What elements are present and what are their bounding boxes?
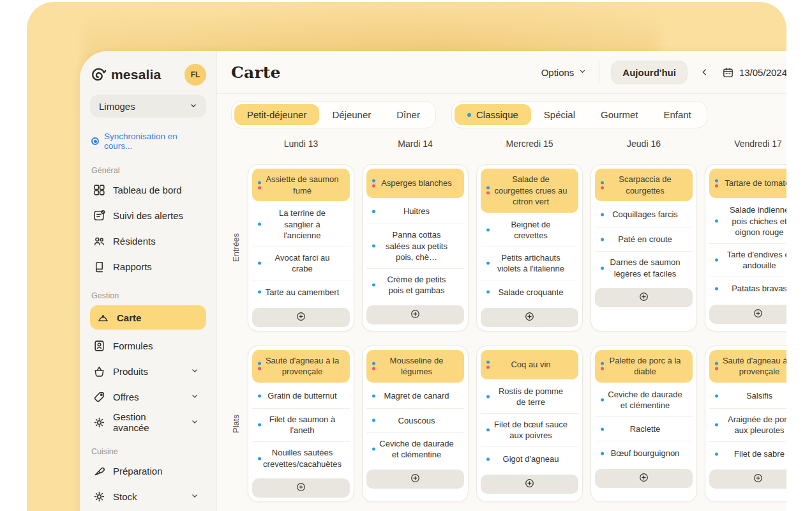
menu-item[interactable]: Salade de courgettes crues au citron ver…	[481, 169, 578, 213]
menu-item-label: Salade croquante	[499, 287, 564, 298]
menu-item[interactable]: Darnes de saumon légères et faciles	[595, 251, 693, 284]
menu-type-tab-group: ClassiqueSpécialGourmetEnfant	[451, 101, 707, 128]
tab-meal-dejeuner[interactable]: Déjeuner	[319, 104, 384, 125]
menu-item[interactable]: Bœuf bourguignon	[595, 441, 693, 465]
diet-dots-icon	[258, 362, 261, 370]
sidebar-item-suivi-des-alertes[interactable]: Suivi des alertes	[90, 206, 206, 225]
add-item-button[interactable]	[481, 308, 578, 327]
menu-item[interactable]: Ceviche de daurade et clémentine	[595, 384, 693, 416]
sidebar-item-produits[interactable]: Produits	[90, 362, 206, 381]
menu-item[interactable]: Panna cottas salées aux petits pois, chè…	[366, 224, 464, 268]
menu-item[interactable]: Ceviche de daurade et clémentine	[366, 432, 464, 466]
add-item-button[interactable]	[252, 478, 350, 498]
menu-item-label: Scarpaccia de courgettes	[608, 174, 682, 196]
sidebar-item-formules[interactable]: Formules	[90, 336, 206, 355]
menu-item[interactable]: Tarte d'endives et andouille	[709, 243, 786, 277]
options-button[interactable]: Options	[541, 66, 588, 78]
sidebar-item-offres[interactable]: Offres	[90, 387, 206, 406]
sidebar-item-residents[interactable]: Résidents	[90, 231, 206, 250]
menu-item[interactable]: Avocat farci au crabe	[252, 247, 350, 280]
menu-item[interactable]: Coq au vin	[481, 350, 578, 379]
menu-item[interactable]: Sauté d'agneau à la provençale	[709, 350, 786, 383]
menu-item[interactable]: Rostis de pomme de terre	[481, 381, 578, 413]
add-item-button[interactable]	[595, 469, 693, 488]
menu-item[interactable]: Sauté d'agneau à la provençale	[252, 350, 350, 383]
menu-item[interactable]: Filet de saumon à l'aneth	[252, 408, 350, 441]
menu-item-label: Coq au vin	[511, 359, 550, 370]
sidebar-item-label: Formules	[113, 340, 153, 351]
menu-item[interactable]: Beignet de crevettes	[481, 214, 578, 247]
tab-menu-special[interactable]: Spécial	[531, 104, 588, 125]
sidebar-item-stock[interactable]: Stock	[90, 487, 206, 506]
date-picker[interactable]: 13/05/2024	[722, 66, 786, 79]
sidebar-item-label: Rapports	[113, 261, 152, 272]
menu-item[interactable]: Patatas bravas	[709, 277, 786, 301]
diet-dot-icon	[715, 287, 718, 291]
tab-menu-classique[interactable]: Classique	[455, 104, 531, 125]
menu-item[interactable]: Tarte au camembert	[252, 280, 350, 304]
menu-row-plats: PlatsSauté d'agneau à la provençaleGrati…	[231, 346, 786, 502]
menu-item-label: Tartare de tomates	[725, 178, 786, 189]
menu-item[interactable]: Salade croquante	[481, 280, 578, 304]
sidebar-item-label: Stock	[113, 491, 137, 502]
today-button[interactable]: Aujourd'hui	[611, 61, 688, 84]
tab-label: Spécial	[544, 109, 575, 120]
tab-menu-gourmet[interactable]: Gourmet	[588, 104, 650, 125]
menu-item[interactable]: Nouilles sautées crevettes/cacahuètes	[252, 441, 350, 475]
diet-dot-icon	[715, 423, 718, 427]
menu-item[interactable]: Salade indienne pois chiches et oignon r…	[709, 199, 786, 243]
menu-item[interactable]: Araignée de porc aux pleurotes	[709, 408, 786, 441]
menu-item[interactable]: La terrine de sanglier à l'ancienne	[252, 202, 350, 247]
menu-item[interactable]: Raclette	[595, 416, 693, 441]
menu-item[interactable]: Couscous	[366, 408, 464, 432]
dashboard-icon	[93, 183, 106, 197]
add-item-button[interactable]	[366, 469, 464, 489]
sidebar-item-preparation[interactable]: Préparation	[90, 461, 206, 480]
add-item-button[interactable]	[709, 305, 786, 324]
tab-label: Enfant	[663, 109, 691, 120]
menu-item[interactable]: Crème de petits pois et gambas	[366, 268, 464, 301]
sidebar-item-label: Tableau de bord	[113, 185, 182, 195]
menu-item[interactable]: Filet de sabre	[709, 441, 786, 466]
menu-item-label: Filet de sabre	[734, 448, 785, 460]
chevron-down-icon	[190, 365, 200, 378]
menu-item[interactable]: Paté en croute	[595, 227, 693, 251]
menu-item[interactable]: Huitres	[366, 199, 464, 224]
chevron-left-icon[interactable]	[699, 66, 710, 78]
menu-item[interactable]: Mousseline de légumes	[366, 350, 464, 383]
sidebar-item-tableau-de-bord[interactable]: Tableau de bord	[90, 180, 206, 199]
location-select[interactable]: Limoges	[90, 95, 206, 118]
sidebar-item-gestion-avancee[interactable]: Gestion avancée	[90, 413, 206, 432]
menu-item[interactable]: Assiette de saumon fumé	[252, 169, 350, 201]
menu-item[interactable]: Magret de canard	[366, 384, 464, 408]
diet-dot-icon	[372, 419, 375, 422]
add-item-button[interactable]	[481, 475, 578, 494]
menu-item[interactable]: Gratin de butternut	[252, 384, 350, 408]
menu-item[interactable]: Tartare de tomates	[709, 169, 786, 198]
menu-item[interactable]: Palette de porc à la diable	[595, 350, 693, 383]
row-label: Plats	[231, 415, 241, 433]
add-item-button[interactable]	[595, 288, 693, 307]
add-item-button[interactable]	[366, 305, 464, 324]
sidebar-item-rapports[interactable]: Rapports	[90, 257, 206, 276]
add-item-button[interactable]	[709, 469, 786, 489]
menu-item[interactable]: Filet de bœuf sauce aux poivres	[481, 413, 578, 446]
menu-item[interactable]: Gigot d'agneau	[481, 446, 578, 471]
avatar[interactable]: FL	[184, 64, 206, 86]
sidebar-item-carte[interactable]: Carte	[90, 305, 206, 330]
menu-item-label: Palette de porc à la diable	[608, 355, 682, 378]
menu-item[interactable]: Coquillages farcis	[595, 202, 693, 227]
add-item-button[interactable]	[252, 308, 350, 327]
menu-item-label: Magret de canard	[384, 390, 449, 402]
diet-dot-icon	[486, 291, 490, 294]
menu-item[interactable]: Asperges blanches	[366, 169, 464, 198]
menu-item-label: Rostis de pomme de terre	[493, 386, 568, 408]
menu-item[interactable]: Salsifis	[709, 384, 786, 408]
tab-meal-diner[interactable]: Dîner	[384, 104, 433, 125]
menu-item[interactable]: Petits artichauts violets à l'italienne	[481, 247, 578, 280]
menu-item[interactable]: Scarpaccia de courgettes	[595, 169, 693, 201]
tab-meal-petit-dejeuner[interactable]: Petit-déjeuner	[234, 104, 319, 125]
tab-menu-enfant[interactable]: Enfant	[650, 104, 703, 125]
menu-item-label: Salsifis	[746, 390, 772, 402]
menu-card: Scarpaccia de courgettesCoquillages farc…	[590, 164, 697, 332]
